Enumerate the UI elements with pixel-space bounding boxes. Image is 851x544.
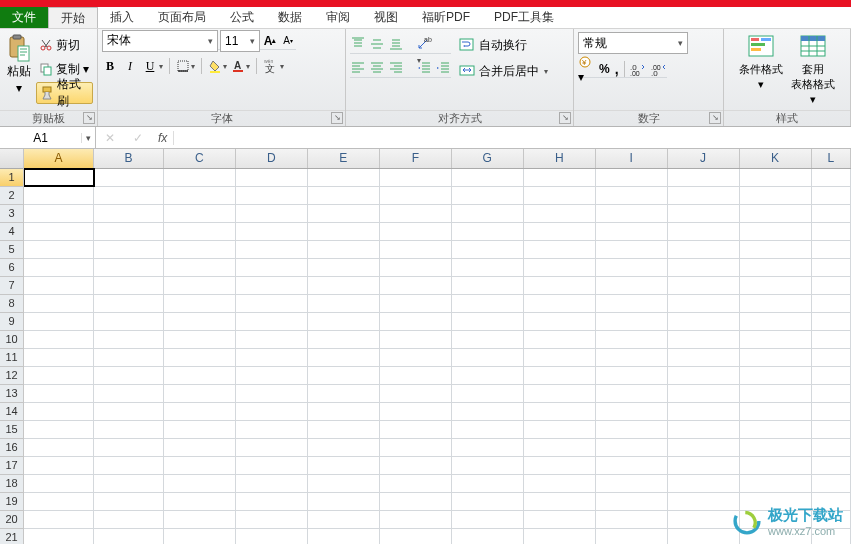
underline-button[interactable]: U▾ [142,58,163,74]
cell[interactable] [308,529,380,544]
cell[interactable] [596,385,668,402]
cell[interactable] [740,241,812,258]
cell[interactable] [740,313,812,330]
cell[interactable] [308,169,380,186]
tab-file[interactable]: 文件 [0,7,48,28]
cell[interactable] [596,475,668,492]
cell[interactable] [94,241,164,258]
cell[interactable] [812,187,851,204]
cell[interactable] [94,223,164,240]
cell[interactable] [164,475,236,492]
cell[interactable] [94,475,164,492]
cell[interactable] [452,403,524,420]
row-header[interactable]: 15 [0,421,23,439]
row-header[interactable]: 17 [0,457,23,475]
cell[interactable] [24,385,94,402]
cell[interactable] [94,187,164,204]
cell[interactable] [164,187,236,204]
cell[interactable] [812,169,851,186]
fill-color-button[interactable]: ▾ [208,59,227,73]
cell[interactable] [308,205,380,222]
cell[interactable] [24,241,94,258]
cell[interactable] [24,349,94,366]
row-header[interactable]: 2 [0,187,23,205]
grow-font-icon[interactable]: A▴ [262,33,278,49]
cell[interactable] [596,349,668,366]
cell[interactable] [452,295,524,312]
cell[interactable] [24,295,94,312]
cell[interactable] [524,241,596,258]
cell[interactable] [380,223,452,240]
cell[interactable] [380,241,452,258]
cell[interactable] [164,169,236,186]
cell[interactable] [380,439,452,456]
cell[interactable] [452,493,524,510]
column-header[interactable]: J [668,149,740,168]
cell[interactable] [380,169,452,186]
cell[interactable] [24,259,94,276]
cell[interactable] [236,385,308,402]
cell[interactable] [524,385,596,402]
cell[interactable] [164,349,236,366]
cell[interactable] [452,187,524,204]
cell[interactable] [236,295,308,312]
cell[interactable] [812,241,851,258]
cell[interactable] [452,367,524,384]
cell[interactable] [668,169,740,186]
cell[interactable] [24,277,94,294]
shrink-font-icon[interactable]: A▾ [280,33,296,49]
cell[interactable] [668,403,740,420]
cell[interactable] [596,223,668,240]
decrease-decimal-icon[interactable]: .00.0 [651,62,667,76]
cell[interactable] [164,511,236,528]
cell[interactable] [380,493,452,510]
row-header[interactable]: 14 [0,403,23,421]
cell[interactable] [164,295,236,312]
cell[interactable] [740,385,812,402]
cell[interactable] [452,169,524,186]
tab-pdf-tools[interactable]: PDF工具集 [482,7,566,28]
cell[interactable] [524,277,596,294]
cell[interactable] [164,403,236,420]
cell[interactable] [94,457,164,474]
cell[interactable] [308,511,380,528]
column-header[interactable]: H [524,149,596,168]
cell[interactable] [164,277,236,294]
cell[interactable] [740,187,812,204]
cell[interactable] [164,223,236,240]
cell[interactable] [596,205,668,222]
cell[interactable] [812,367,851,384]
column-header[interactable]: C [164,149,236,168]
cell[interactable] [740,295,812,312]
cell[interactable] [236,439,308,456]
cell[interactable] [308,439,380,456]
cell[interactable] [668,439,740,456]
cell[interactable] [668,529,740,544]
align-left-icon[interactable] [350,60,366,77]
cell[interactable] [452,349,524,366]
tab-review[interactable]: 审阅 [314,7,362,28]
column-header[interactable]: A [24,149,94,168]
percent-button[interactable]: % [599,62,610,76]
cell[interactable] [308,475,380,492]
cell[interactable] [380,187,452,204]
dialog-launcher-icon[interactable]: ↘ [331,112,343,124]
row-header[interactable]: 21 [0,529,23,544]
cell[interactable] [524,205,596,222]
cell[interactable] [812,259,851,276]
column-header[interactable]: B [94,149,164,168]
cell[interactable] [94,421,164,438]
cell[interactable] [94,331,164,348]
align-right-icon[interactable] [388,60,404,77]
cell[interactable] [308,331,380,348]
cell[interactable] [236,421,308,438]
column-header[interactable]: D [236,149,308,168]
row-header[interactable]: 16 [0,439,23,457]
increase-indent-icon[interactable] [435,60,451,77]
cell[interactable] [24,331,94,348]
cell[interactable] [740,205,812,222]
cell[interactable] [668,313,740,330]
cell[interactable] [94,349,164,366]
cell[interactable] [94,367,164,384]
cell[interactable] [24,403,94,420]
